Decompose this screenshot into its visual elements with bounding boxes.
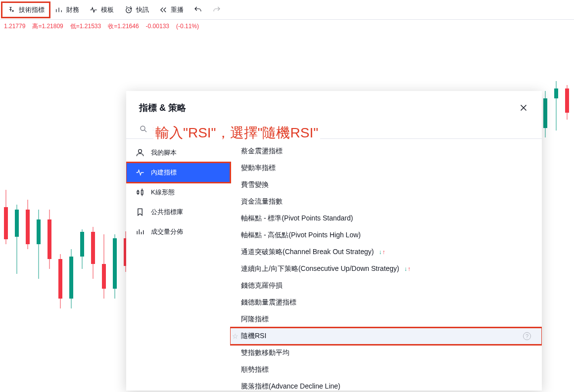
replay-label: 重播 (171, 5, 184, 14)
svg-rect-36 (554, 88, 558, 98)
result-label: 騰落指標(Advance Decline Line) (241, 382, 340, 391)
sidebar-item-volume[interactable]: 成交量分佈 (126, 222, 230, 242)
finance-label: 財務 (66, 5, 79, 14)
sidebar-item-public[interactable]: 公共指標庫 (126, 202, 230, 222)
pulse-icon (135, 168, 145, 177)
strategy-arrows-icon: ↓↑ (404, 265, 411, 272)
svg-rect-6 (26, 210, 30, 244)
result-label: 隨機RSI (241, 332, 266, 341)
change-value: -0.00133 (146, 23, 169, 30)
svg-point-39 (141, 126, 145, 131)
svg-rect-20 (102, 264, 106, 289)
result-item[interactable]: 軸樞點 - 標準(Pivot Points Standard) (230, 210, 542, 227)
change-pct: (-0.11%) (176, 23, 199, 30)
result-label: 通道突破策略(Channel Break Out Strategy) (241, 248, 374, 257)
result-label: 蔡金震盪指標 (241, 147, 283, 156)
fx-icon (7, 5, 16, 14)
svg-rect-16 (80, 232, 84, 257)
result-label: 費雪變換 (241, 180, 269, 189)
result-item[interactable]: 費雪變換 (230, 176, 542, 193)
tech-indicator-label: 技術指標 (19, 5, 45, 14)
svg-rect-12 (58, 259, 62, 299)
undo-button[interactable] (189, 2, 207, 17)
dialog-header: 指標 & 策略 (126, 91, 542, 122)
svg-rect-4 (15, 210, 19, 237)
candle-icon (135, 187, 145, 197)
low-group: 低=1.21533 (70, 22, 101, 31)
result-label: 資金流量指數 (241, 197, 283, 206)
svg-rect-18 (91, 232, 95, 264)
close-button[interactable] (518, 102, 529, 113)
sidebar-item-label: 成交量分佈 (151, 227, 183, 236)
redo-button[interactable] (207, 2, 226, 17)
alert-label: 快訊 (136, 5, 149, 14)
svg-rect-34 (543, 98, 547, 128)
result-item[interactable]: 資金流量指數 (230, 193, 542, 210)
result-item[interactable]: 順勢指標 (230, 361, 542, 378)
redo-icon (212, 5, 221, 14)
result-label: 變動率指標 (241, 164, 276, 173)
top-toolbar: 技術指標 財務 模板 快訊 重播 (0, 0, 574, 20)
bookmark-icon (135, 207, 145, 217)
result-item[interactable]: 通道突破策略(Channel Break Out Strategy)↓↑ (230, 244, 542, 261)
result-label: 軸樞點 - 標準(Pivot Points Standard) (241, 214, 353, 223)
svg-rect-2 (4, 207, 8, 239)
result-label: 錢德克羅停損 (241, 281, 283, 290)
result-label: 連續向上/向下策略(Consecutive Up/Down Strategy) (241, 264, 399, 273)
result-item[interactable]: 錢德動量震盪指標 (230, 294, 542, 311)
vol-bars-icon (135, 227, 145, 237)
svg-rect-8 (37, 219, 41, 244)
sidebar-item-label: K線形態 (151, 188, 175, 197)
sidebar-item-builtin[interactable]: 內建指標 (126, 163, 230, 182)
alert-button[interactable]: 快訊 (119, 2, 154, 17)
result-item[interactable]: 蔡金震盪指標 (230, 143, 542, 160)
sidebar-item-label: 我的腳本 (151, 148, 177, 157)
sidebar-item-my-scripts[interactable]: 我的腳本 (126, 143, 230, 163)
svg-rect-10 (48, 219, 51, 259)
result-item[interactable]: ☆隨機RSI? (230, 328, 542, 345)
results-list: 蔡金震盪指標變動率指標費雪變換資金流量指數軸樞點 - 標準(Pivot Poin… (230, 139, 542, 391)
close-group: 收=1.21646 (108, 22, 139, 31)
undo-icon (193, 5, 202, 14)
category-sidebar: 我的腳本內建指標K線形態公共指標庫成交量分佈 (126, 139, 230, 391)
result-label: 錢德動量震盪指標 (241, 298, 296, 307)
svg-rect-14 (69, 257, 73, 299)
finance-button[interactable]: 財務 (49, 2, 84, 17)
result-label: 軸樞點 - 高低點(Pivot Points High Low) (241, 231, 361, 240)
help-icon[interactable]: ? (523, 332, 531, 340)
result-item[interactable]: 雙指數移動平均 (230, 345, 542, 361)
ohlc-status-bar: 1.21779 高=1.21809 低=1.21533 收=1.21646 -0… (0, 20, 574, 32)
annotation-text: 輸入"RSI"，選擇"隨機RSI" (153, 124, 320, 142)
result-label: 順勢指標 (241, 365, 269, 374)
result-item[interactable]: 騰落指標(Advance Decline Line) (230, 378, 542, 391)
clock-plus-icon (124, 5, 133, 14)
svg-rect-22 (113, 238, 117, 289)
result-label: 雙指數移動平均 (241, 348, 289, 357)
star-icon[interactable]: ☆ (232, 332, 240, 340)
sidebar-item-kline[interactable]: K線形態 (126, 182, 230, 202)
template-label: 模板 (101, 5, 114, 14)
result-item[interactable]: 軸樞點 - 高低點(Pivot Points High Low) (230, 227, 542, 244)
high-group: 高=1.21809 (32, 22, 63, 31)
sidebar-item-label: 內建指標 (151, 168, 177, 177)
result-label: 阿隆指標 (241, 315, 269, 324)
svg-point-40 (139, 149, 142, 153)
bars-icon (54, 5, 63, 14)
tech-indicator-button[interactable]: 技術指標 (2, 2, 49, 17)
pulse-icon (89, 5, 98, 14)
result-item[interactable]: 錢德克羅停損 (230, 277, 542, 294)
result-item[interactable]: 連續向上/向下策略(Consecutive Up/Down Strategy)↓… (230, 261, 542, 277)
dialog-title: 指標 & 策略 (139, 102, 186, 114)
sidebar-item-label: 公共指標庫 (151, 208, 183, 217)
search-icon (139, 125, 148, 133)
dialog-body: 我的腳本內建指標K線形態公共指標庫成交量分佈 蔡金震盪指標變動率指標費雪變換資金… (126, 139, 542, 391)
result-item[interactable]: 變動率指標 (230, 160, 542, 176)
open-value: 1.21779 (4, 23, 25, 30)
result-item[interactable]: 阿隆指標 (230, 311, 542, 328)
replay-button[interactable]: 重播 (154, 2, 189, 17)
template-button[interactable]: 模板 (84, 2, 119, 17)
strategy-arrows-icon: ↓↑ (379, 249, 385, 256)
rewind-icon (159, 5, 168, 14)
person-icon (135, 148, 145, 158)
svg-rect-38 (565, 88, 569, 113)
